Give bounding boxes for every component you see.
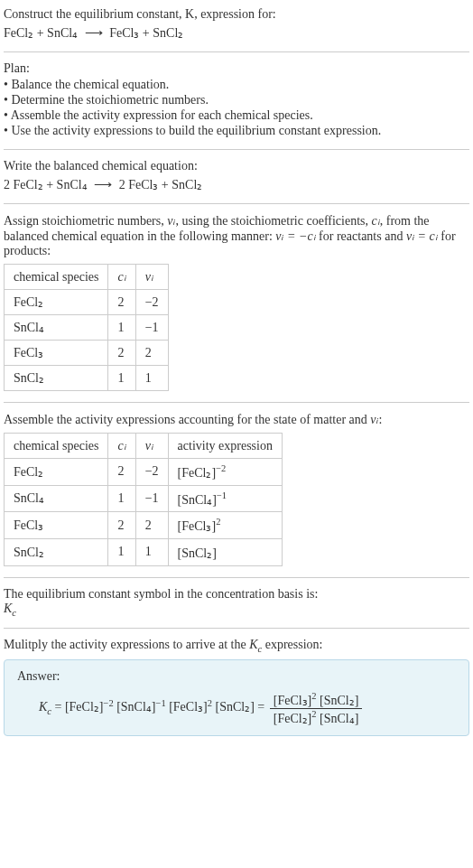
plan-item: Balance the chemical equation. [4, 78, 469, 92]
eq-symbol: νᵢ = cᵢ [406, 229, 438, 243]
cell-nu: 1 [135, 538, 168, 565]
cell-species: FeCl₃ [5, 512, 108, 539]
cell-c: 1 [108, 538, 135, 565]
cell-nu: 2 [135, 341, 168, 366]
col-species: chemical species [5, 434, 108, 459]
table-row: SnCl₄ 1 −1 [SnCl₄]−1 [5, 485, 283, 512]
cell-c: 2 [108, 459, 135, 486]
plan-item: Determine the stoichiometric numbers. [4, 93, 469, 107]
col-expr: activity expression [168, 434, 282, 459]
cell-species: SnCl₂ [5, 538, 108, 565]
cell-species: FeCl₃ [5, 341, 108, 366]
activity-section: Assemble the activity expressions accoun… [4, 412, 469, 566]
symbol-value: Kc [4, 602, 469, 618]
prompt-text: Construct the equilibrium constant, K, e… [4, 7, 469, 22]
cell-nu: −2 [135, 290, 168, 315]
symbol-intro: The equilibrium constant symbol in the c… [4, 587, 469, 602]
cell-c: 1 [108, 366, 135, 391]
cell-nu: −1 [135, 485, 168, 512]
table-row: FeCl₂ 2 −2 [5, 290, 169, 315]
answer-equation: Kc = [FeCl₂]−2 [SnCl₄]−1 [FeCl₃]2 [SnCl₂… [17, 691, 456, 725]
symbol-section: The equilibrium constant symbol in the c… [4, 587, 469, 618]
divider [4, 402, 469, 403]
cell-expr: [FeCl₂]−2 [168, 459, 282, 486]
stoich-table: chemical species cᵢ νᵢ FeCl₂ 2 −2 SnCl₄ … [4, 264, 169, 391]
divider [4, 149, 469, 150]
divider [4, 628, 469, 629]
balanced-section: Write the balanced chemical equation: 2 … [4, 159, 469, 192]
table-row: FeCl₃ 2 2 [5, 341, 169, 366]
col-species: chemical species [5, 265, 108, 290]
col-nu: νᵢ [135, 265, 168, 290]
arrow-icon: ⟶ [85, 26, 103, 40]
plan-item: Assemble the activity expression for eac… [4, 108, 469, 123]
table-row: FeCl₂ 2 −2 [FeCl₂]−2 [5, 459, 283, 486]
cell-nu: −2 [135, 459, 168, 486]
cell-species: SnCl₄ [5, 315, 108, 341]
table-row: SnCl₄ 1 −1 [5, 315, 169, 341]
col-c: cᵢ [108, 265, 135, 290]
plan-item: Use the activity expressions to build th… [4, 124, 469, 138]
cell-expr: [SnCl₂] [168, 538, 282, 565]
table-row: SnCl₂ 1 1 [5, 366, 169, 391]
stoich-intro: Assign stoichiometric numbers, νᵢ, using… [4, 213, 469, 258]
cell-c: 2 [108, 341, 135, 366]
stoich-section: Assign stoichiometric numbers, νᵢ, using… [4, 213, 469, 391]
products: 2 FeCl₃ + SnCl₂ [119, 178, 203, 191]
answer-box: Answer: Kc = [FeCl₂]−2 [SnCl₄]−1 [FeCl₃]… [4, 659, 469, 735]
products: FeCl₃ + SnCl₂ [109, 26, 183, 40]
eq-symbol: νᵢ = −cᵢ [275, 229, 315, 243]
table-header-row: chemical species cᵢ νᵢ activity expressi… [5, 434, 283, 459]
table-header-row: chemical species cᵢ νᵢ [5, 265, 169, 290]
numerator: [FeCl₃]2 [SnCl₂] [270, 691, 363, 709]
col-c: cᵢ [108, 434, 135, 459]
divider [4, 51, 469, 52]
cell-c: 1 [108, 485, 135, 512]
cell-expr: [FeCl₃]2 [168, 512, 282, 539]
cell-species: FeCl₂ [5, 459, 108, 486]
cell-nu: −1 [135, 315, 168, 341]
cell-species: SnCl₄ [5, 485, 108, 512]
plan-list: Balance the chemical equation. Determine… [4, 78, 469, 138]
table-row: FeCl₃ 2 2 [FeCl₃]2 [5, 512, 283, 539]
fraction: [FeCl₃]2 [SnCl₂] [FeCl₂]2 [SnCl₄] [270, 691, 363, 725]
cell-nu: 1 [135, 366, 168, 391]
plan-section: Plan: Balance the chemical equation. Det… [4, 61, 469, 138]
final-section: Mulitply the activity expressions to arr… [4, 638, 469, 735]
arrow-icon: ⟶ [94, 178, 112, 191]
cell-c: 2 [108, 512, 135, 539]
c-symbol: cᵢ [372, 214, 380, 228]
reactants: 2 FeCl₂ + SnCl₄ [4, 178, 88, 191]
nu-symbol: νᵢ [370, 413, 378, 426]
balanced-intro: Write the balanced chemical equation: [4, 159, 469, 173]
cell-species: SnCl₂ [5, 366, 108, 391]
reactants: FeCl₂ + SnCl₄ [4, 26, 78, 40]
balanced-equation: 2 FeCl₂ + SnCl₄ ⟶ 2 FeCl₃ + SnCl₂ [4, 177, 469, 192]
table-row: SnCl₂ 1 1 [SnCl₂] [5, 538, 283, 565]
final-intro: Mulitply the activity expressions to arr… [4, 638, 469, 654]
divider [4, 577, 469, 578]
cell-species: FeCl₂ [5, 290, 108, 315]
cell-nu: 2 [135, 512, 168, 539]
col-nu: νᵢ [135, 434, 168, 459]
cell-c: 2 [108, 290, 135, 315]
cell-expr: [SnCl₄]−1 [168, 485, 282, 512]
activity-table: chemical species cᵢ νᵢ activity expressi… [4, 433, 283, 566]
answer-label: Answer: [17, 669, 456, 684]
denominator: [FeCl₂]2 [SnCl₄] [270, 709, 363, 726]
unbalanced-equation: FeCl₂ + SnCl₄ ⟶ FeCl₃ + SnCl₂ [4, 25, 469, 41]
activity-intro: Assemble the activity expressions accoun… [4, 412, 469, 427]
divider [4, 203, 469, 204]
plan-title: Plan: [4, 61, 469, 76]
header-section: Construct the equilibrium constant, K, e… [4, 7, 469, 41]
prompt-label: Construct the equilibrium constant, K, e… [4, 7, 276, 21]
cell-c: 1 [108, 315, 135, 341]
